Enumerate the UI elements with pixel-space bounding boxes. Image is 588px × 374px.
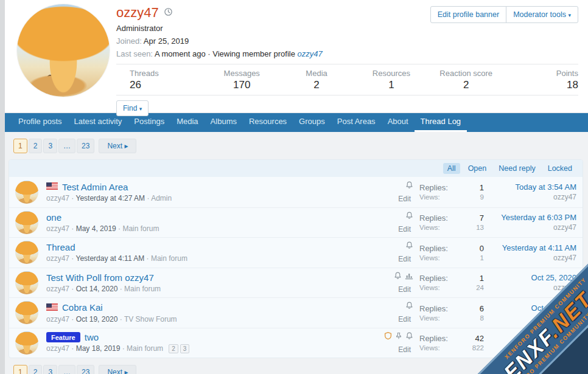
poll-icon xyxy=(405,271,413,282)
icon-line xyxy=(376,301,413,312)
bell-icon xyxy=(405,301,413,312)
last-post-date-link[interactable]: Yesterday at 4:11 AM xyxy=(484,243,576,252)
thread-title-link[interactable]: one xyxy=(46,212,61,223)
thread-author-link[interactable]: ozzy47 xyxy=(46,224,69,233)
replies-label: Replies: xyxy=(419,304,448,313)
thread-title-link[interactable]: Cobra Kai xyxy=(62,302,103,313)
thread-status-icons: Edit xyxy=(376,181,419,204)
page-link-1[interactable]: 1 xyxy=(13,139,27,153)
next-page-button[interactable]: Next ▸ xyxy=(99,139,136,153)
thread-author-link[interactable]: ozzy47 xyxy=(46,344,69,353)
tab-profile-posts[interactable]: Profile posts xyxy=(12,113,68,132)
views-label: Views: xyxy=(419,254,440,261)
edit-profile-banner-button[interactable]: Edit profile banner xyxy=(430,6,506,23)
edit-thread-link[interactable]: Edit xyxy=(398,345,411,354)
page-link-1[interactable]: 1 xyxy=(13,365,27,374)
thread-forum: Admin xyxy=(151,194,172,203)
thread-author-link[interactable]: ozzy47 xyxy=(46,285,69,293)
views-line: Views:1 xyxy=(419,254,484,261)
chevron-down-icon: ▾ xyxy=(568,12,571,18)
page-link-2[interactable]: 2 xyxy=(29,139,43,153)
thread-row: Test With Poll from ozzy47ozzy47 · Oct 1… xyxy=(9,268,583,298)
page-link-3[interactable]: 3 xyxy=(43,139,57,153)
views-line: Views:13 xyxy=(419,224,484,231)
avatar[interactable] xyxy=(15,301,38,324)
last-post-user: ozzy47 xyxy=(484,223,576,232)
thread-status-icons: Edit xyxy=(376,241,419,264)
replies-line: Replies:6 xyxy=(419,304,484,313)
pin-icon xyxy=(395,331,402,342)
page-link-3[interactable]: 3 xyxy=(43,365,57,374)
history-icon[interactable] xyxy=(164,7,173,19)
stat-label: Resources xyxy=(354,69,429,78)
stat-value: 170 xyxy=(205,79,279,91)
page-link-23[interactable]: 23 xyxy=(77,139,94,153)
shield-icon xyxy=(384,331,392,342)
avatar[interactable] xyxy=(17,4,110,97)
last-seen-value: A moment ago · Viewing member profile xyxy=(155,49,295,58)
edit-thread-link[interactable]: Edit xyxy=(398,255,411,263)
page-ellipsis[interactable]: … xyxy=(58,365,75,374)
icon-line xyxy=(376,271,413,282)
thread-author-link[interactable]: ozzy47 xyxy=(46,254,69,263)
filter-all[interactable]: All xyxy=(443,163,460,174)
thread-page-link-2[interactable]: 2 xyxy=(169,344,178,353)
last-post-date-link[interactable]: Oct 25, 2020 xyxy=(484,273,576,282)
replies-line: Replies:0 xyxy=(419,244,484,253)
thread-author-link[interactable]: ozzy47 xyxy=(46,194,69,203)
thread-author-link[interactable]: ozzy47 xyxy=(46,315,69,324)
edit-thread-link[interactable]: Edit xyxy=(398,285,411,294)
thread-main: Featuretwoozzy47 · May 18, 2019 · Main f… xyxy=(46,332,376,353)
thread-meta: ozzy47 · Oct 19, 2020 · TV Show Forum xyxy=(46,315,376,324)
joined-row: Joined: Apr 25, 2019 xyxy=(116,36,430,46)
thread-log-filters: AllOpenNeed replyLocked xyxy=(9,160,583,177)
thread-page-link-3[interactable]: 3 xyxy=(180,344,190,353)
stat-label: Reaction score xyxy=(429,69,503,78)
last-post-date-link[interactable]: Today at 3:54 AM xyxy=(484,182,576,192)
page-ellipsis[interactable]: … xyxy=(58,139,75,153)
edit-line: Edit xyxy=(376,253,413,264)
filter-open[interactable]: Open xyxy=(464,163,491,174)
thread-title-link[interactable]: Thread xyxy=(46,242,75,252)
avatar[interactable] xyxy=(15,271,38,294)
moderator-tools-button[interactable]: Moderator tools ▾ xyxy=(506,6,578,23)
next-page-button[interactable]: Next ▸ xyxy=(99,365,136,374)
last-seen-row: Last seen: A moment ago · Viewing member… xyxy=(116,49,430,58)
last-post-date-link[interactable]: Oct 21, 2020 xyxy=(484,303,576,313)
thread-main: Test With Poll from ozzy47ozzy47 · Oct 1… xyxy=(46,272,376,293)
viewed-profile-link[interactable]: ozzy47 xyxy=(298,49,323,58)
us-flag-icon xyxy=(46,181,58,192)
thread-meta: ozzy47 · Yesterday at 4:11 AM · Main for… xyxy=(46,254,376,263)
avatar[interactable] xyxy=(15,211,38,234)
stat-value: 1 xyxy=(354,79,429,91)
thread-row: oneozzy47 · May 4, 2019 · Main forumEdit… xyxy=(9,207,583,238)
thread-main: Threadozzy47 · Yesterday at 4:11 AM · Ma… xyxy=(46,242,376,263)
thread-title-link[interactable]: two xyxy=(85,332,99,342)
views-label: Views: xyxy=(419,284,440,291)
thread-counts: Replies:42Views:822 xyxy=(419,334,484,351)
edit-thread-link[interactable]: Edit xyxy=(398,225,411,234)
thread-title-link[interactable]: Test With Poll from ozzy47 xyxy=(46,272,154,283)
last-post-date-link[interactable]: Yesterday at 6:03 PM xyxy=(484,213,576,222)
edit-thread-link[interactable]: Edit xyxy=(398,195,411,203)
stat-label: Media xyxy=(279,69,354,78)
find-label: Find xyxy=(123,104,137,113)
thread-rows: Test Admin Areaozzy47 · Yesterday at 4:2… xyxy=(9,177,583,358)
avatar[interactable] xyxy=(15,331,38,355)
stat-resources: Resources1 xyxy=(354,69,429,91)
thread-main: Cobra Kaiozzy47 · Oct 19, 2020 · TV Show… xyxy=(46,302,376,324)
page-link-2[interactable]: 2 xyxy=(29,365,43,374)
thread-title-link[interactable]: Test Admin Area xyxy=(62,182,128,192)
edit-thread-link[interactable]: Edit xyxy=(398,315,411,324)
avatar[interactable] xyxy=(15,241,38,264)
views-line: Views:24 xyxy=(419,284,484,291)
stat-messages: Messages170 xyxy=(205,69,279,91)
last-post-date-link[interactable]: Oct 17, 2020 xyxy=(484,333,576,342)
find-button[interactable]: Find ▾ xyxy=(116,100,149,116)
filter-locked[interactable]: Locked xyxy=(544,163,576,174)
page-link-23[interactable]: 23 xyxy=(77,365,94,374)
stat-media: Media2 xyxy=(279,69,354,91)
replies-line: Replies:7 xyxy=(419,213,484,223)
avatar[interactable] xyxy=(15,181,38,204)
filter-need-reply[interactable]: Need reply xyxy=(494,163,539,174)
